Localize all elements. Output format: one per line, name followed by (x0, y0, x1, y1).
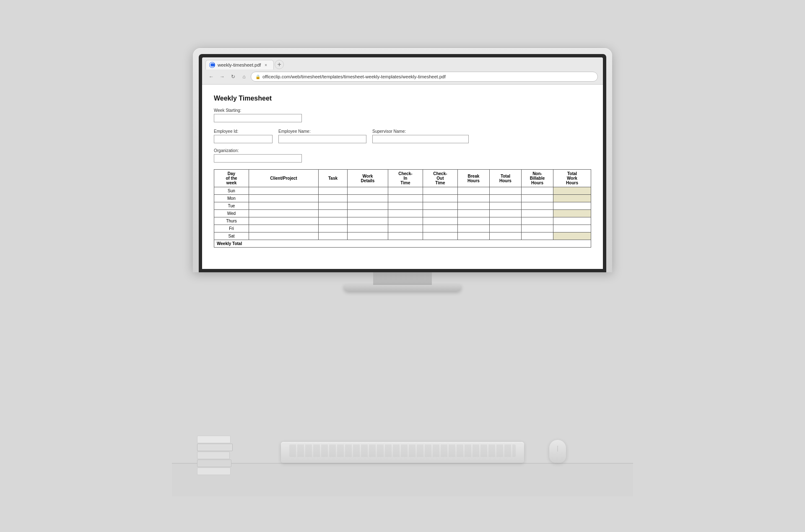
data-cell (553, 187, 591, 195)
weekly-total-row: Weekly Total (214, 240, 591, 248)
data-cell (318, 217, 347, 225)
desk-surface (172, 463, 633, 496)
data-cell (553, 210, 591, 217)
keyboard (281, 442, 524, 463)
data-cell (553, 195, 591, 202)
data-cell (388, 202, 423, 210)
data-cell (457, 202, 489, 210)
document-title: Weekly Timesheet (214, 95, 591, 102)
data-cell (457, 225, 489, 232)
table-row: Sun (214, 187, 591, 195)
data-cell (388, 217, 423, 225)
tab-favicon (209, 62, 215, 68)
url-text: officeclip.com/web/timesheet/templates/t… (262, 74, 446, 79)
organization-label: Organization: (214, 148, 591, 153)
table-row: Sat (214, 232, 591, 240)
monitor-area: weekly-timesheet.pdf × + ← → ↻ ⌂ 🔒 (193, 48, 612, 292)
data-cell (423, 225, 457, 232)
data-cell (553, 232, 591, 240)
screen-bezel: weekly-timesheet.pdf × + ← → ↻ ⌂ 🔒 (199, 54, 606, 272)
data-cell (249, 210, 318, 217)
data-cell (249, 232, 318, 240)
col-header-day: Dayof theweek (214, 170, 249, 187)
table-row: Thurs (214, 217, 591, 225)
data-cell (249, 202, 318, 210)
data-cell (249, 187, 318, 195)
tab-close-btn[interactable]: × (263, 62, 268, 68)
employee-name-input[interactable] (278, 135, 366, 143)
data-cell (388, 187, 423, 195)
organization-input[interactable] (214, 154, 302, 163)
col-header-checkout: Check-OutTime (423, 170, 457, 187)
forward-btn[interactable]: → (218, 72, 226, 81)
data-cell (489, 210, 521, 217)
table-row: Wed (214, 210, 591, 217)
data-cell (348, 217, 388, 225)
data-cell (522, 217, 553, 225)
day-cell: Tue (214, 202, 249, 210)
mouse (549, 440, 566, 463)
data-cell (318, 187, 347, 195)
timesheet-table: Dayof theweek Client/Project Task WorkDe… (214, 169, 591, 248)
data-cell (388, 210, 423, 217)
back-btn[interactable]: ← (207, 72, 216, 81)
document-content: Weekly Timesheet Week Starting: Employee… (202, 85, 603, 269)
data-cell (489, 232, 521, 240)
data-cell (522, 225, 553, 232)
supervisor-name-col: Supervisor Name: (372, 129, 469, 143)
data-cell (457, 195, 489, 202)
employee-id-input[interactable] (214, 135, 273, 143)
supervisor-name-input[interactable] (372, 135, 469, 143)
data-cell (489, 225, 521, 232)
data-cell (489, 187, 521, 195)
monitor-neck (373, 272, 432, 285)
data-cell (249, 217, 318, 225)
week-starting-input[interactable] (214, 114, 302, 122)
data-cell (457, 187, 489, 195)
data-cell (457, 217, 489, 225)
data-cell (489, 195, 521, 202)
day-cell: Mon (214, 195, 249, 202)
employee-row: Employee Id: Employee Name: Supervisor N… (214, 129, 591, 143)
data-cell (423, 232, 457, 240)
col-header-work-details: WorkDetails (348, 170, 388, 187)
accessories-area (172, 429, 633, 463)
data-cell (522, 187, 553, 195)
day-cell: Wed (214, 210, 249, 217)
day-cell: Fri (214, 225, 249, 232)
data-cell (489, 217, 521, 225)
data-cell (348, 187, 388, 195)
data-cell (423, 202, 457, 210)
data-cell (457, 232, 489, 240)
data-cell (348, 202, 388, 210)
data-cell (348, 232, 388, 240)
data-cell (318, 195, 347, 202)
address-bar[interactable]: 🔒 officeclip.com/web/timesheet/templates… (251, 72, 598, 82)
data-cell (318, 232, 347, 240)
data-cell (553, 225, 591, 232)
employee-id-col: Employee Id: (214, 129, 273, 143)
active-tab[interactable]: weekly-timesheet.pdf × (205, 60, 274, 70)
day-cell: Sat (214, 232, 249, 240)
data-cell (522, 232, 553, 240)
data-cell (318, 210, 347, 217)
week-starting-label: Week Starting: (214, 108, 591, 113)
tab-label: weekly-timesheet.pdf (218, 62, 261, 67)
employee-id-label: Employee Id: (214, 129, 273, 134)
home-btn[interactable]: ⌂ (240, 72, 248, 81)
col-header-checkin: Check-InTime (388, 170, 423, 187)
table-row: Mon (214, 195, 591, 202)
data-cell (388, 225, 423, 232)
data-cell (348, 210, 388, 217)
data-cell (388, 232, 423, 240)
refresh-btn[interactable]: ↻ (229, 72, 237, 81)
data-cell (249, 225, 318, 232)
browser-window: weekly-timesheet.pdf × + ← → ↻ ⌂ 🔒 (202, 57, 603, 269)
data-cell (522, 210, 553, 217)
data-cell (348, 225, 388, 232)
data-cell (489, 202, 521, 210)
day-cell: Sun (214, 187, 249, 195)
new-tab-btn[interactable]: + (275, 60, 284, 69)
scene: weekly-timesheet.pdf × + ← → ↻ ⌂ 🔒 (172, 36, 633, 496)
employee-name-label: Employee Name: (278, 129, 366, 134)
